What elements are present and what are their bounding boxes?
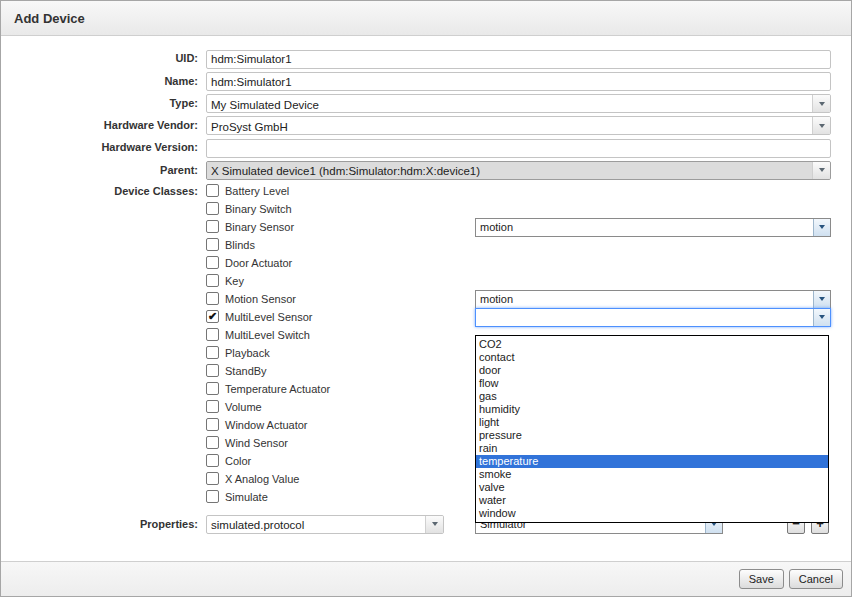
dropdown-option[interactable]: temperature: [476, 455, 828, 468]
device-class-label: Window Actuator: [225, 419, 308, 431]
hardware-version-input[interactable]: [206, 139, 831, 158]
type-input[interactable]: [207, 95, 812, 113]
device-class-checkbox[interactable]: [206, 364, 219, 377]
device-class-label: StandBy: [225, 365, 267, 377]
device-class-checkbox[interactable]: [206, 472, 219, 485]
device-class-row: Blinds: [206, 237, 831, 253]
device-class-checkbox[interactable]: [206, 292, 219, 305]
device-class-checkbox[interactable]: [206, 238, 219, 251]
device-class-checkbox[interactable]: [206, 274, 219, 287]
uid-input[interactable]: [206, 50, 831, 69]
hardware-vendor-label: Hardware Vendor:: [1, 116, 206, 135]
device-class-checkbox[interactable]: [206, 346, 219, 359]
save-button[interactable]: Save: [739, 569, 784, 589]
name-row: Name:: [1, 72, 851, 92]
class-type-select[interactable]: [475, 308, 831, 327]
dropdown-option[interactable]: CO2: [476, 338, 828, 351]
device-class-checkbox[interactable]: [206, 202, 219, 215]
chevron-down-icon[interactable]: [425, 516, 443, 533]
name-label: Name:: [1, 72, 206, 91]
device-class-label: Blinds: [225, 239, 255, 251]
triangle-glyph: [819, 168, 825, 172]
device-class-label: MultiLevel Switch: [225, 329, 310, 341]
device-class-label: Temperature Actuator: [225, 383, 330, 395]
device-class-checkbox[interactable]: [206, 382, 219, 395]
device-class-row: Binary Switch: [206, 201, 831, 217]
dropdown-option[interactable]: contact: [476, 351, 828, 364]
device-class-label: Door Actuator: [225, 257, 292, 269]
device-class-label: Key: [225, 275, 244, 287]
device-class-checkbox[interactable]: [206, 220, 219, 233]
triangle-glyph: [711, 522, 717, 526]
device-class-label: Wind Sensor: [225, 437, 288, 449]
device-class-checkbox[interactable]: [206, 400, 219, 413]
type-row: Type:: [1, 94, 851, 113]
parent-row: Parent:: [1, 161, 851, 180]
chevron-down-icon[interactable]: [812, 117, 830, 134]
properties-label: Properties:: [1, 515, 206, 534]
dialog-header: Add Device: [1, 1, 851, 36]
class-type-select[interactable]: motion: [475, 290, 831, 309]
chevron-down-icon[interactable]: [813, 291, 830, 308]
device-class-row: Motion Sensor motion: [206, 291, 831, 307]
dropdown-option[interactable]: water: [476, 494, 828, 507]
dialog-footer: Save Cancel: [1, 561, 851, 596]
device-class-row: Key: [206, 273, 831, 289]
device-class-checkbox[interactable]: [206, 184, 219, 197]
device-class-label: MultiLevel Sensor: [225, 311, 312, 323]
property-key-input[interactable]: [207, 516, 425, 534]
chevron-down-icon[interactable]: [812, 95, 830, 112]
hardware-vendor-row: Hardware Vendor:: [1, 116, 851, 135]
type-combo[interactable]: [206, 94, 831, 113]
dropdown-option[interactable]: window: [476, 507, 828, 520]
chevron-down-icon[interactable]: [813, 309, 830, 326]
device-class-checkbox[interactable]: [206, 256, 219, 269]
device-class-checkbox[interactable]: [206, 418, 219, 431]
parent-input[interactable]: [207, 162, 812, 180]
device-class-label: Simulate: [225, 491, 268, 503]
device-class-row: ✔ MultiLevel Sensor CO2contactdoorflowga…: [206, 309, 831, 325]
triangle-glyph: [819, 315, 825, 319]
class-type-select[interactable]: motion: [475, 218, 831, 237]
dropdown-option[interactable]: flow: [476, 377, 828, 390]
page-title: Add Device: [14, 11, 85, 26]
dropdown-option[interactable]: humidity: [476, 403, 828, 416]
triangle-glyph: [819, 102, 825, 106]
dropdown-option[interactable]: door: [476, 364, 828, 377]
chevron-down-icon[interactable]: [812, 162, 830, 179]
device-class-checkbox[interactable]: [206, 436, 219, 449]
chevron-down-icon[interactable]: [813, 219, 830, 236]
property-key-combo[interactable]: [206, 515, 444, 534]
dropdown-option[interactable]: valve: [476, 481, 828, 494]
device-class-row: Binary Sensor motion: [206, 219, 831, 235]
device-class-label: Motion Sensor: [225, 293, 296, 305]
cancel-button[interactable]: Cancel: [789, 569, 843, 589]
parent-combo[interactable]: [206, 161, 831, 180]
dropdown-option[interactable]: rain: [476, 442, 828, 455]
form-body: UID: Name: Type: Hardware Vendor:: [1, 36, 851, 561]
dropdown-option[interactable]: pressure: [476, 429, 828, 442]
hardware-vendor-input[interactable]: [207, 117, 812, 135]
device-class-label: Binary Switch: [225, 203, 292, 215]
device-class-label: X Analog Value: [225, 473, 299, 485]
dropdown-option[interactable]: smoke: [476, 468, 828, 481]
add-device-dialog: Add Device UID: Name: Type: Hardware Ven…: [0, 0, 852, 597]
class-type-selected-value: motion: [476, 219, 813, 236]
device-class-list: Battery Level Binary Switch Binary Senso…: [206, 183, 831, 507]
class-type-droplist: CO2contactdoorflowgashumiditylightpressu…: [475, 335, 829, 523]
uid-label: UID:: [1, 49, 206, 68]
device-class-label: Playback: [225, 347, 270, 359]
device-class-checkbox[interactable]: ✔: [206, 310, 219, 323]
dropdown-option[interactable]: light: [476, 416, 828, 429]
hardware-vendor-combo[interactable]: [206, 116, 831, 135]
type-label: Type:: [1, 94, 206, 113]
device-class-checkbox[interactable]: [206, 454, 219, 467]
triangle-glyph: [819, 297, 825, 301]
device-class-checkbox[interactable]: [206, 328, 219, 341]
name-input[interactable]: [206, 72, 831, 91]
hardware-version-label: Hardware Version:: [1, 138, 206, 157]
dropdown-option[interactable]: gas: [476, 390, 828, 403]
device-class-checkbox[interactable]: [206, 490, 219, 503]
device-classes-label: Device Classes:: [1, 183, 206, 199]
class-type-selected-value: [476, 309, 813, 326]
